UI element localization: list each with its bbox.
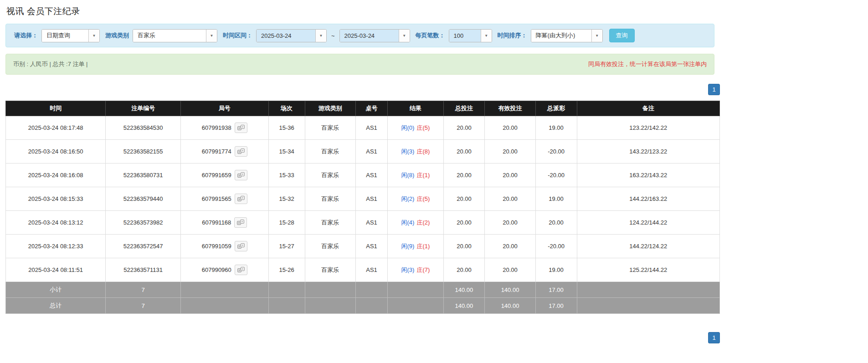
empty-cell xyxy=(180,282,268,298)
total-bet-cell: 20.00 xyxy=(443,211,485,235)
round-detail-button[interactable] xyxy=(235,241,247,251)
header-game-type: 游戏类别 xyxy=(305,101,355,116)
empty-cell xyxy=(355,282,388,298)
table-no-cell: AS1 xyxy=(355,164,388,187)
result-player: 闲(8) xyxy=(401,172,415,179)
chevron-down-icon[interactable]: ▼ xyxy=(591,30,602,42)
session-cell: 15-26 xyxy=(268,258,305,282)
chevron-down-icon[interactable]: ▼ xyxy=(88,30,99,42)
bet-id-cell: 522363572547 xyxy=(106,235,181,258)
result-player: 闲(4) xyxy=(401,219,415,226)
round-detail-button[interactable] xyxy=(235,170,247,180)
page-button-1[interactable]: 1 xyxy=(708,84,720,95)
game-cell: 百家乐 xyxy=(305,258,355,282)
date-range-label: 时间区间： xyxy=(223,31,252,40)
date-from-select[interactable]: 2025-03-24 ▼ xyxy=(256,29,327,42)
note-cell: 144.22/163.22 xyxy=(577,187,719,211)
valid-bet-cell: 20.00 xyxy=(485,116,535,140)
date-to-select[interactable]: 2025-03-24 ▼ xyxy=(339,29,410,42)
time-cell: 2025-03-24 08:15:33 xyxy=(6,187,106,211)
game-cell: 百家乐 xyxy=(305,140,355,164)
game-type-select[interactable]: 百家乐 ▼ xyxy=(133,29,217,42)
payout-cell: 19.00 xyxy=(535,187,577,211)
chevron-down-icon[interactable]: ▼ xyxy=(315,30,326,42)
chevron-down-icon[interactable]: ▼ xyxy=(481,30,492,42)
subtotal-label: 小计 xyxy=(6,282,106,298)
empty-cell xyxy=(268,298,305,314)
payout-cell: -20.00 xyxy=(535,235,577,258)
table-row: 2025-03-24 08:13:12 522363573982 6079911… xyxy=(6,211,720,235)
grand-total-row: 总计 7 140.00 140.00 17.00 xyxy=(6,298,720,314)
result-cell: 闲(4)庄(2) xyxy=(388,211,443,235)
round-detail-button[interactable] xyxy=(235,194,247,204)
empty-cell xyxy=(305,282,355,298)
pagination-top: 1 xyxy=(5,84,720,95)
result-cell: 闲(2)庄(5) xyxy=(388,187,443,211)
result-cell: 闲(3)庄(8) xyxy=(388,140,443,164)
result-player: 闲(3) xyxy=(401,266,415,273)
subtotal-total-bet: 140.00 xyxy=(443,282,485,298)
subtotal-count: 7 xyxy=(106,282,181,298)
bet-id-cell: 522363584530 xyxy=(106,116,181,140)
dice-icon xyxy=(237,196,245,202)
empty-cell xyxy=(577,282,719,298)
total-bet-cell: 20.00 xyxy=(443,164,485,187)
empty-cell xyxy=(388,298,443,314)
valid-bet-cell: 20.00 xyxy=(485,164,535,187)
round-id: 607991938 xyxy=(202,124,231,131)
table-row: 2025-03-24 08:11:51 522363571131 6079909… xyxy=(6,258,720,282)
subtotal-row: 小计 7 140.00 140.00 17.00 xyxy=(6,282,720,298)
note-cell: 143.22/123.22 xyxy=(577,140,719,164)
table-no-cell: AS1 xyxy=(355,211,388,235)
page-size-select[interactable]: 100 ▼ xyxy=(449,29,492,42)
payout-cell: 19.00 xyxy=(535,258,577,282)
note-cell: 144.22/124.22 xyxy=(577,235,719,258)
page-title: 视讯 会员下注纪录 xyxy=(6,5,714,17)
table-row: 2025-03-24 08:15:33 522363579440 6079915… xyxy=(6,187,720,211)
query-type-select[interactable]: 日期查询 ▼ xyxy=(41,29,100,42)
header-note: 备注 xyxy=(577,101,719,116)
time-cell: 2025-03-24 08:11:51 xyxy=(6,258,106,282)
round-cell: 607991659 xyxy=(180,164,268,187)
table-row: 2025-03-24 08:12:33 522363572547 6079910… xyxy=(6,235,720,258)
valid-bet-notice: 同局有效投注，统一计算在该局第一张注单内 xyxy=(588,60,707,68)
session-cell: 15-32 xyxy=(268,187,305,211)
sort-order-label: 时间排序： xyxy=(498,31,527,40)
round-id: 607990960 xyxy=(202,266,231,273)
sort-order-select[interactable]: 降冪(由大到小) ▼ xyxy=(531,29,603,42)
table-no-cell: AS1 xyxy=(355,187,388,211)
session-cell: 15-33 xyxy=(268,164,305,187)
round-detail-button[interactable] xyxy=(235,265,247,275)
page-button-1[interactable]: 1 xyxy=(708,332,720,343)
round-cell: 607991059 xyxy=(180,235,268,258)
round-detail-button[interactable] xyxy=(235,123,247,133)
result-banker: 庄(8) xyxy=(416,148,430,155)
table-no-cell: AS1 xyxy=(355,140,388,164)
valid-bet-cell: 20.00 xyxy=(485,140,535,164)
valid-bet-cell: 20.00 xyxy=(485,258,535,282)
round-cell: 607990960 xyxy=(180,258,268,282)
payout-cell: -20.00 xyxy=(535,140,577,164)
empty-cell xyxy=(268,282,305,298)
search-button[interactable]: 查询 xyxy=(609,29,635,42)
total-bet-cell: 20.00 xyxy=(443,116,485,140)
round-detail-button[interactable] xyxy=(234,217,247,228)
result-banker: 庄(5) xyxy=(416,124,430,131)
result-player: 闲(9) xyxy=(401,243,415,250)
chevron-down-icon[interactable]: ▼ xyxy=(399,30,410,42)
time-cell: 2025-03-24 08:16:08 xyxy=(6,164,106,187)
result-banker: 庄(1) xyxy=(416,172,430,179)
chevron-down-icon[interactable]: ▼ xyxy=(206,30,217,42)
grand-total-valid-bet: 140.00 xyxy=(485,298,535,314)
valid-bet-cell: 20.00 xyxy=(485,211,535,235)
empty-cell xyxy=(305,298,355,314)
note-cell: 123.22/142.22 xyxy=(577,116,719,140)
result-cell: 闲(9)庄(1) xyxy=(388,235,443,258)
time-cell: 2025-03-24 08:13:12 xyxy=(6,211,106,235)
page-size-label: 每页笔数： xyxy=(416,31,445,40)
total-bet-cell: 20.00 xyxy=(443,258,485,282)
note-cell: 163.22/143.22 xyxy=(577,164,719,187)
empty-cell xyxy=(355,298,388,314)
subtotal-payout: 17.00 xyxy=(535,282,577,298)
round-detail-button[interactable] xyxy=(235,146,247,157)
